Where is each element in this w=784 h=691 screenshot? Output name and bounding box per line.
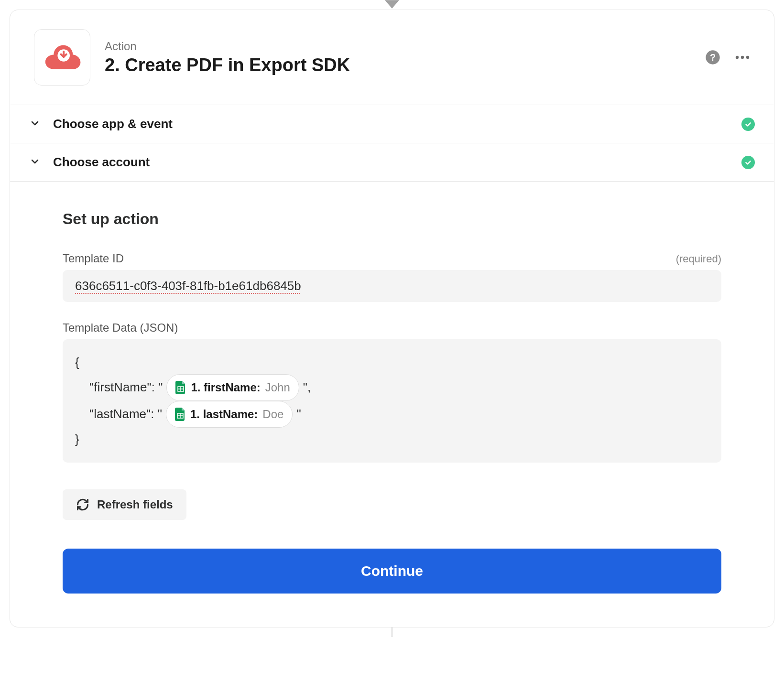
template-data-label: Template Data (JSON) [63,321,178,335]
section-heading: Set up action [63,210,721,228]
field-pill-lastname[interactable]: 1. lastName: Doe [166,401,293,428]
connector-line-bottom [10,627,774,637]
refresh-fields-button[interactable]: Refresh fields [63,489,186,520]
card-header: Action 2. Create PDF in Export SDK ? [10,10,774,105]
header-title: 2. Create PDF in Export SDK [105,55,691,76]
help-icon[interactable]: ? [705,50,720,65]
app-icon [34,29,90,86]
sheets-icon [175,381,186,394]
section-choose-account[interactable]: Choose account [10,143,774,181]
json-close-brace: } [75,428,709,451]
svg-point-5 [741,56,744,59]
header-kicker: Action [105,40,691,53]
json-open-brace: { [75,351,709,374]
more-menu-icon[interactable] [735,55,750,59]
json-line-lastname: "lastName": " 1. lastName: Doe " [75,401,709,428]
cloud-download-icon [43,43,81,72]
chevron-down-icon [29,118,41,131]
sheets-icon [175,408,185,421]
check-badge [741,156,755,169]
json-line-firstname: "firstName": " 1. firstName: John ", [75,374,709,401]
section-label: Choose account [53,155,729,170]
refresh-icon [76,498,89,511]
template-id-value: 636c6511-c0f3-403f-81fb-b1e61db6845b [75,279,301,293]
check-badge [741,118,755,131]
template-id-label: Template ID [63,252,124,265]
section-choose-app-event[interactable]: Choose app & event [10,105,774,143]
chevron-down-icon [29,156,41,169]
refresh-label: Refresh fields [97,498,173,511]
svg-text:?: ? [710,52,716,63]
svg-point-6 [746,56,749,59]
field-pill-firstname[interactable]: 1. firstName: John [166,374,299,401]
template-data-input[interactable]: { "firstName": " 1. firstName: John ", "… [63,339,721,463]
svg-point-4 [736,56,739,59]
section-label: Choose app & event [53,117,729,131]
continue-button[interactable]: Continue [63,549,721,594]
required-label: (required) [676,253,721,265]
svg-marker-0 [385,0,399,9]
template-id-input[interactable]: 636c6511-c0f3-403f-81fb-b1e61db6845b [63,270,721,302]
connector-arrow-top [10,0,774,10]
section-set-up-action: Set up action Template ID (required) 636… [10,181,774,627]
action-card: Action 2. Create PDF in Export SDK ? Cho… [10,10,774,627]
